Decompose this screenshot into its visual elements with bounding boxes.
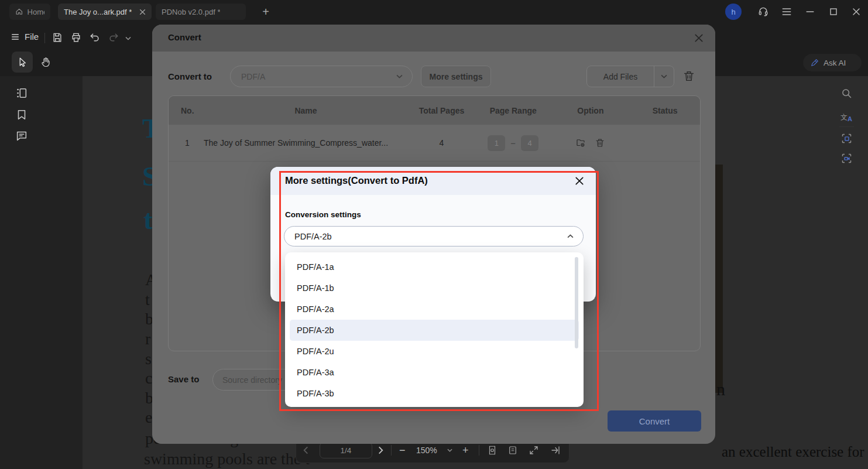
panel-toggle-icon[interactable]	[550, 445, 561, 456]
more-settings-button[interactable]: More settings	[421, 66, 491, 87]
format-select[interactable]: PDF/A	[230, 66, 413, 87]
hand-tool-button[interactable]	[35, 52, 56, 73]
page-indicator[interactable]: 1/4	[320, 442, 372, 458]
search-icon[interactable]	[840, 87, 853, 100]
minimize-icon[interactable]	[804, 6, 816, 18]
tab-document-2-label: PDNob v2.0.pdf *	[162, 8, 220, 16]
save-location-value: Source directory	[222, 375, 282, 385]
main-toolbar: File	[0, 25, 152, 52]
sidebar-panel	[0, 76, 83, 469]
save-to-label: Save to	[168, 374, 199, 384]
zoom-dropdown-icon[interactable]	[447, 449, 452, 452]
chevron-up-icon	[567, 234, 574, 238]
screenshot-crop-icon[interactable]	[840, 132, 853, 145]
option-pdfa-2b[interactable]: PDF/A-2b	[290, 320, 579, 341]
tab-close-icon[interactable]	[139, 9, 146, 15]
col-name: Name	[204, 106, 408, 115]
file-menu-label: File	[25, 32, 39, 42]
toolbar-divider	[44, 33, 45, 43]
option-pdfa-1b[interactable]: PDF/A-1b	[290, 278, 579, 299]
pdfa-version-dropdown: PDF/A-1a PDF/A-1b PDF/A-2a PDF/A-2b PDF/…	[285, 252, 584, 407]
add-files-button[interactable]: Add Files	[586, 66, 674, 87]
convert-dialog-title: Convert	[168, 32, 201, 42]
col-status: Status	[630, 106, 700, 115]
tab-home[interactable]: Home	[9, 4, 50, 20]
file-menu[interactable]: File	[11, 32, 39, 42]
undo-icon[interactable]	[89, 32, 101, 43]
conversion-settings-label: Conversion settings	[285, 210, 361, 219]
save-icon[interactable]	[52, 32, 63, 43]
new-tab-button[interactable]: +	[258, 4, 273, 19]
close-modal-icon[interactable]	[575, 176, 584, 186]
hand-icon	[40, 57, 51, 67]
toolbar-divider	[479, 445, 479, 456]
tab-document-1[interactable]: The Joy o...ark.pdf *	[58, 4, 152, 20]
range-dash: −	[510, 138, 516, 148]
row-page-range: 1 − 4	[475, 135, 551, 151]
comments-panel-icon[interactable]	[15, 129, 28, 142]
chevron-down-icon	[661, 74, 667, 78]
tab-home-label: Home	[28, 8, 44, 16]
col-page-range: Page Range	[475, 106, 551, 115]
read-mode-icon[interactable]	[487, 445, 498, 456]
fullscreen-icon[interactable]	[529, 445, 539, 456]
clear-list-trash-icon[interactable]	[682, 70, 695, 83]
doc-text-fragment: n	[716, 379, 725, 399]
option-pdfa-2u[interactable]: PDF/A-2u	[290, 341, 579, 362]
col-option: Option	[551, 106, 630, 115]
translate-zh-glyph: 文	[840, 112, 848, 122]
delete-row-trash-icon[interactable]	[595, 138, 605, 148]
next-page-icon[interactable]	[378, 446, 383, 454]
add-files-label[interactable]: Add Files	[587, 66, 654, 87]
thumbnails-panel-icon[interactable]	[15, 87, 28, 100]
menu-icon[interactable]	[781, 6, 792, 18]
format-select-value: PDF/A	[241, 72, 265, 81]
ask-ai-pen-icon	[810, 58, 819, 67]
avatar[interactable]: h	[725, 4, 742, 20]
chevron-down-icon[interactable]	[125, 36, 131, 40]
doc-text-fragment: e	[145, 408, 152, 427]
col-total-pages: Total Pages	[408, 106, 475, 115]
page-layout-icon[interactable]	[507, 445, 518, 456]
doc-heading-fragment: t	[143, 204, 153, 235]
row-total-pages: 4	[408, 138, 475, 148]
add-files-dropdown[interactable]	[654, 66, 674, 87]
file-menu-icon	[11, 32, 20, 42]
file-table-header: No. Name Total Pages Page Range Option S…	[169, 96, 700, 125]
pdfa-version-select[interactable]: PDF/A-2b	[284, 226, 584, 247]
file-settings-icon[interactable]	[575, 138, 586, 148]
rail-divider	[839, 126, 854, 127]
zoom-in-button[interactable]: +	[462, 444, 469, 457]
dropdown-scrollbar[interactable]	[575, 257, 578, 348]
support-headset-icon[interactable]	[757, 6, 769, 18]
option-pdfa-3b[interactable]: PDF/A-3b	[290, 383, 579, 404]
translate-icon[interactable]: 文A	[840, 110, 853, 122]
zoom-out-button[interactable]: −	[399, 444, 406, 457]
translate-en-glyph: A	[848, 115, 852, 122]
print-icon[interactable]	[70, 32, 82, 43]
cursor-icon	[17, 57, 28, 67]
screen-record-icon[interactable]	[840, 152, 853, 165]
range-from-input[interactable]: 1	[488, 135, 505, 151]
maximize-icon[interactable]	[828, 6, 839, 18]
option-pdfa-2a[interactable]: PDF/A-2a	[290, 299, 579, 320]
select-tool-button[interactable]	[12, 52, 33, 73]
chevron-down-icon	[396, 74, 403, 78]
redo-icon	[108, 32, 119, 43]
doc-text-fragment: an excellent exercise for	[722, 444, 864, 460]
close-dialog-icon[interactable]	[694, 33, 704, 43]
row-number: 1	[169, 138, 204, 148]
prev-page-icon[interactable]	[303, 446, 308, 454]
range-to-input[interactable]: 4	[521, 135, 538, 151]
close-window-icon[interactable]	[850, 6, 862, 18]
zoom-level[interactable]: 150%	[416, 446, 437, 455]
pdfa-version-value: PDF/A-2b	[294, 232, 332, 241]
bookmarks-panel-icon[interactable]	[15, 108, 28, 121]
row-file-name: The Joy of Summer Swimming_Compress_wate…	[204, 138, 408, 148]
option-pdfa-3a[interactable]: PDF/A-3a	[290, 362, 579, 383]
modal-title: More settings(Convert to PdfA)	[285, 175, 428, 186]
tab-document-2[interactable]: PDNob v2.0.pdf *	[156, 4, 246, 20]
convert-button[interactable]: Convert	[608, 410, 701, 432]
ask-ai-button[interactable]: Ask AI	[803, 54, 862, 71]
option-pdfa-1a[interactable]: PDF/A-1a	[290, 256, 579, 278]
